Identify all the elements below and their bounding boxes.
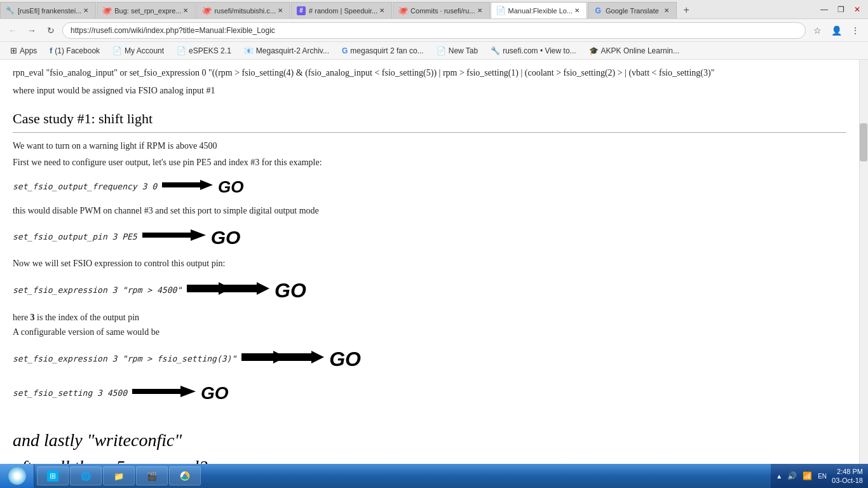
big-text-line2: after all those 5 command? <box>13 454 846 464</box>
refresh-button[interactable]: ↻ <box>43 23 58 38</box>
tab-1-close[interactable]: ✕ <box>81 6 90 15</box>
command-row-5: set_fsio_setting 3 4500 GO <box>13 379 846 408</box>
taskbar-windows-icon: ⊞ <box>47 470 58 482</box>
tab-7-close[interactable]: ✕ <box>662 6 671 15</box>
tab-6[interactable]: 📄 Manual:Flexible Lo... ✕ <box>491 2 588 18</box>
intro-code-text: rpn_eval "fsio_analog_input" or set_fsio… <box>13 68 714 78</box>
tab-2-close[interactable]: ✕ <box>181 6 190 15</box>
tab-6-close[interactable]: ✕ <box>573 6 581 15</box>
cmd3-note: here 3 is the index of the output pin <box>13 311 846 325</box>
tab-2-favicon: 🐙 <box>102 6 111 15</box>
bookmark-megasquirt-fan[interactable]: G megasquirt 2 fan co... <box>337 45 429 57</box>
bookmark-rusefi[interactable]: 🔧 rusefi.com • View to... <box>485 45 581 57</box>
scrollbar-thumb[interactable] <box>860 123 867 161</box>
tab-7-label: Google Translate <box>606 7 662 15</box>
cmd2-text: set_fsio_output_pin 3 PE5 <box>13 231 137 244</box>
tray-volume-icon[interactable]: 📶 <box>801 470 813 482</box>
menu-icon[interactable]: ⋮ <box>848 23 863 38</box>
cmd3-text: set_fsio_expression 3 "rpm > 4500" <box>13 284 182 297</box>
new-tab-button[interactable]: + <box>677 2 695 18</box>
bookmark-apps[interactable]: ⊞ Apps <box>5 44 42 57</box>
cmd1-text: set_fsio_output_frequency 3 0 <box>13 180 157 194</box>
svg-marker-5 <box>276 351 324 363</box>
title-bar: 🔧 [rusEfi] frankenstei... ✕ 🐙 Bug: set_r… <box>0 0 868 19</box>
tray-date-value: 03-Oct-18 <box>832 476 863 485</box>
go-label-1: GO <box>218 174 243 201</box>
tray-clock[interactable]: 2:48 PM 03-Oct-18 <box>832 467 863 485</box>
tab-1-favicon: 🔧 <box>6 6 15 15</box>
taskbar-media-icon: 🎬 <box>146 470 158 482</box>
toolbar-icons: ☆ 👤 ⋮ <box>810 23 863 38</box>
tab-5-favicon: 🐙 <box>398 6 407 15</box>
tab-1-label: [rusEfi] frankenstei... <box>18 7 81 15</box>
cmd5-text: set_fsio_setting 3 4500 <box>13 387 127 400</box>
tab-7-favicon: G <box>593 6 602 15</box>
espeks-icon: 📄 <box>177 46 186 55</box>
tray-hide-button[interactable]: ▲ <box>776 473 782 480</box>
apps-icon: ⊞ <box>10 46 17 55</box>
tab-2[interactable]: 🐙 Bug: set_rpn_expre... ✕ <box>97 2 196 18</box>
taskbar-chrome-btn[interactable] <box>169 466 201 485</box>
big-text-line1: and lastly "writeconfic" <box>13 427 846 454</box>
tab-5[interactable]: 🐙 Commits · rusefi/ru... ✕ <box>393 2 489 18</box>
taskbar-items: ⊞ 🌐 📁 🎬 <box>34 466 771 485</box>
rusefi-label: rusefi.com • View to... <box>503 46 576 55</box>
arrow-icon-2 <box>142 226 206 248</box>
tab-3-close[interactable]: ✕ <box>276 6 285 15</box>
tray-time-value: 2:48 PM <box>832 467 863 476</box>
page-content: rpn_eval "fsio_analog_input" or set_fsio… <box>0 60 859 464</box>
forward-button[interactable]: → <box>24 23 39 38</box>
para2: First we need to configure user output, … <box>13 156 846 170</box>
bookmark-megasquirt[interactable]: 📧 Megasquirt-2 Archiv... <box>239 45 334 57</box>
restore-button[interactable]: ❐ <box>832 3 849 16</box>
taskbar: ⊞ 🌐 📁 🎬 ▲ 🔊 📶 <box>0 464 868 488</box>
tab-2-label: Bug: set_rpn_expre... <box>114 7 181 15</box>
url-input[interactable] <box>62 22 806 39</box>
command-row-1: set_fsio_output_frequency 3 0 GO <box>13 174 846 201</box>
tab-5-close[interactable]: ✕ <box>475 6 484 15</box>
back-button[interactable]: ← <box>5 23 20 38</box>
user-icon[interactable]: 👤 <box>829 23 844 38</box>
tab-1[interactable]: 🔧 [rusEfi] frankenstei... ✕ <box>0 2 96 18</box>
tray-language-icon[interactable]: EN <box>817 470 828 482</box>
bookmark-akpk[interactable]: 🎓 AKPK Online Learnin... <box>584 45 684 57</box>
browser-content: rpn_eval "fsio_analog_input" or set_fsio… <box>0 60 868 464</box>
tab-4[interactable]: # # random | Speeduir... ✕ <box>291 2 392 18</box>
taskbar-ie-btn[interactable]: 🌐 <box>70 466 102 485</box>
start-button[interactable] <box>0 464 34 488</box>
minimize-button[interactable]: — <box>816 3 832 16</box>
facebook-label: (1) Facebook <box>55 46 100 55</box>
my-account-label: My Account <box>125 46 164 55</box>
bookmark-new-tab[interactable]: 📄 New Tab <box>431 45 483 57</box>
svg-marker-0 <box>162 180 213 190</box>
tab-3-favicon: 🐙 <box>202 6 211 15</box>
bookmark-star-icon[interactable]: ☆ <box>810 23 825 38</box>
svg-marker-3 <box>222 282 269 295</box>
tab-3[interactable]: 🐙 rusefi/mitsubishi.c... ✕ <box>196 2 290 18</box>
tabs-container: 🔧 [rusEfi] frankenstei... ✕ 🐙 Bug: set_r… <box>0 0 816 18</box>
tab-7[interactable]: G Google Translate ✕ <box>588 2 677 18</box>
cmd4-text: set_fsio_expression 3 "rpm > fsio_settin… <box>13 353 236 366</box>
cmd3-label: Now we will set FSIO expression to contr… <box>13 257 846 271</box>
megasquirt-icon: 📧 <box>244 46 254 55</box>
para1: We want to turn on a warning light if RP… <box>13 139 846 153</box>
rusefi-icon: 🔧 <box>491 46 500 55</box>
tray-network-icon[interactable]: 🔊 <box>786 470 797 482</box>
address-bar: ← → ↻ ☆ 👤 ⋮ <box>0 19 868 42</box>
taskbar-explorer-btn[interactable]: 📁 <box>103 466 135 485</box>
svg-marker-1 <box>142 229 206 241</box>
go-label-2: GO <box>211 222 241 253</box>
bookmark-my-account[interactable]: 📄 My Account <box>107 45 169 57</box>
cmd3-note-post: is the index of the output pin <box>35 313 139 322</box>
close-button[interactable]: ✕ <box>849 3 865 16</box>
tab-4-close[interactable]: ✕ <box>377 6 386 15</box>
taskbar-media-btn[interactable]: 🎬 <box>136 466 168 485</box>
vertical-scrollbar[interactable] <box>859 60 868 464</box>
taskbar-windows-btn[interactable]: ⊞ <box>37 466 69 485</box>
new-tab-label: New Tab <box>449 46 478 55</box>
section-heading-text: Case study #1: shift light <box>13 111 153 126</box>
big-italic-block: and lastly "writeconfic" after all those… <box>13 427 846 464</box>
bookmark-facebook[interactable]: f (1) Facebook <box>44 45 105 57</box>
go-label-3: GO <box>275 274 306 307</box>
bookmark-espeks[interactable]: 📄 eSPEKS 2.1 <box>172 45 236 57</box>
